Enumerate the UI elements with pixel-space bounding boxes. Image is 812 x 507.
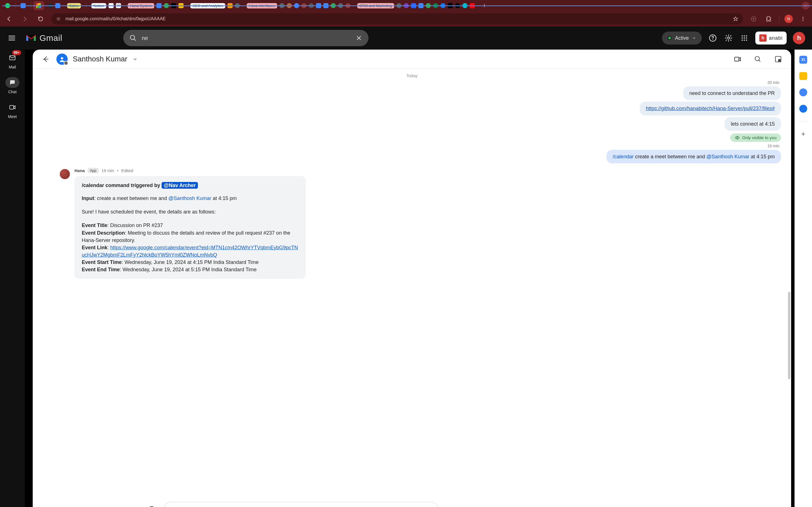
- rail-label: Meet: [8, 114, 17, 119]
- extensions-icon[interactable]: [764, 14, 774, 24]
- google-apps-icon[interactable]: [740, 33, 749, 43]
- mention[interactable]: @Santhosh Kumar: [707, 154, 749, 159]
- search-input[interactable]: [142, 35, 350, 41]
- gmail-m-icon: [26, 34, 37, 42]
- clear-search-icon[interactable]: [356, 35, 362, 41]
- svg-point-6: [802, 20, 803, 21]
- contacts-app-icon[interactable]: [799, 105, 807, 113]
- search-box[interactable]: [123, 30, 368, 46]
- hanabi-mark-icon: h: [759, 34, 767, 42]
- hana-avatar-icon[interactable]: [60, 169, 70, 179]
- chat-icon: [5, 77, 19, 88]
- svg-rect-23: [735, 57, 739, 61]
- chevron-down-icon[interactable]: [133, 57, 138, 62]
- pr-link[interactable]: https://github.com/hanabitech/Hana-Serve…: [646, 106, 775, 111]
- svg-point-19: [746, 40, 747, 41]
- svg-point-12: [744, 35, 745, 36]
- hana-title: /calendar command triggered by @Nav Arch…: [82, 182, 298, 189]
- svg-point-2: [57, 20, 57, 20]
- svg-point-9: [712, 39, 713, 40]
- help-icon[interactable]: [708, 33, 718, 43]
- svg-point-22: [61, 57, 63, 59]
- scrollbar-thumb[interactable]: [788, 292, 790, 379]
- keep-app-icon[interactable]: [799, 72, 807, 80]
- back-button[interactable]: [4, 14, 14, 24]
- reload-button[interactable]: [36, 14, 46, 24]
- conversation-header: Santhosh Kumar: [33, 50, 791, 69]
- visibility-chip: Only visible to you: [730, 133, 781, 142]
- svg-point-5: [802, 18, 803, 19]
- forward-button[interactable]: [20, 14, 30, 24]
- mention-chip[interactable]: @Nav Archer: [161, 182, 198, 189]
- hana-meta: Hana App 19 min • Edited: [74, 168, 781, 173]
- presence-dot-icon: [668, 36, 672, 40]
- bookmark-star-icon[interactable]: [733, 16, 739, 22]
- meet-icon: [5, 102, 19, 113]
- side-panel-divider: [799, 121, 808, 121]
- gmail-wordmark: Gmail: [40, 33, 62, 43]
- rail-meet[interactable]: Meet: [5, 102, 19, 119]
- own-message[interactable]: need to connect to understand the PR: [683, 87, 781, 100]
- send-button[interactable]: [444, 505, 456, 507]
- svg-rect-26: [778, 59, 781, 62]
- popout-icon[interactable]: [772, 54, 784, 65]
- main-menu-button[interactable]: [6, 32, 18, 44]
- event-link[interactable]: https://www.google.com/calendar/event?ei…: [82, 245, 298, 258]
- svg-point-15: [744, 38, 745, 39]
- svg-point-11: [742, 35, 743, 36]
- contact-avatar[interactable]: [56, 54, 68, 65]
- hana-response: Hana App 19 min • Edited /calendar comma…: [60, 168, 781, 279]
- presence-label: Active: [675, 35, 689, 41]
- back-arrow-icon[interactable]: [40, 54, 51, 65]
- gmail-header: Gmail Active h anabi h: [0, 26, 812, 50]
- compose-add-icon[interactable]: [146, 504, 158, 507]
- main-area: Santhosh Kumar Today 20 min need to conn…: [25, 50, 795, 507]
- svg-point-14: [742, 38, 743, 39]
- svg-point-10: [727, 37, 729, 39]
- app-badge: App: [88, 168, 99, 173]
- mail-badge: 99+: [12, 50, 21, 55]
- chevron-down-icon: [692, 36, 696, 40]
- compose-row: GIF: [33, 498, 791, 507]
- workspace-logo[interactable]: h anabi: [755, 32, 786, 45]
- mail-icon: 99+: [5, 52, 19, 63]
- hana-card[interactable]: /calendar command triggered by @Nav Arch…: [74, 176, 306, 279]
- url-field[interactable]: mail.google.com/mail/u/0/#chat/dm/0ejpoU…: [51, 13, 743, 24]
- message-time: 19 min: [43, 144, 781, 148]
- site-info-icon[interactable]: [56, 16, 61, 22]
- svg-point-1: [57, 18, 57, 19]
- app-body: 99+ Mail Chat Meet Santhosh Kumar: [0, 50, 812, 507]
- search-icon[interactable]: [130, 34, 137, 42]
- message-list[interactable]: Today 20 min need to connect to understa…: [33, 69, 791, 498]
- search-in-conv-icon[interactable]: [752, 54, 763, 65]
- visibility-text: Only visible to you: [742, 135, 776, 140]
- tasks-app-icon[interactable]: [799, 89, 807, 96]
- own-message[interactable]: lets connect at 4:15: [725, 117, 781, 131]
- settings-gear-icon[interactable]: [724, 33, 733, 43]
- chrome-profile-avatar[interactable]: N: [784, 15, 793, 23]
- rail-label: Chat: [8, 90, 17, 94]
- presence-chip[interactable]: Active: [662, 32, 702, 45]
- share-icon[interactable]: [749, 14, 759, 24]
- compose-box[interactable]: GIF: [163, 502, 439, 507]
- url-text: mail.google.com/mail/u/0/#chat/dm/0ejpoU…: [65, 16, 166, 21]
- svg-point-24: [755, 56, 759, 61]
- gmail-logo[interactable]: Gmail: [26, 33, 62, 43]
- account-avatar[interactable]: h: [793, 32, 805, 44]
- addr-right: N: [749, 14, 808, 24]
- browser-chrome: Sales Notion 19 Hana System SEO and Anal…: [0, 0, 812, 26]
- rail-label: Mail: [9, 65, 16, 69]
- rail-mail[interactable]: 99+ Mail: [5, 52, 19, 69]
- video-call-icon[interactable]: [732, 54, 743, 65]
- chrome-menu-icon[interactable]: [798, 14, 808, 24]
- own-command-message[interactable]: /calendar create a meet between me and @…: [606, 150, 781, 163]
- calendar-app-icon[interactable]: 31: [799, 56, 807, 64]
- contact-name[interactable]: Santhosh Kumar: [73, 55, 128, 63]
- mention[interactable]: @Santhosh Kumar: [168, 195, 211, 201]
- rail-chat[interactable]: Chat: [5, 77, 19, 94]
- conversation-panel: Santhosh Kumar Today 20 min need to conn…: [33, 50, 791, 507]
- own-message-link[interactable]: https://github.com/hanabitech/Hana-Serve…: [640, 102, 781, 115]
- get-addons-icon[interactable]: +: [799, 130, 807, 138]
- eye-icon: [735, 135, 740, 140]
- svg-point-18: [744, 40, 745, 41]
